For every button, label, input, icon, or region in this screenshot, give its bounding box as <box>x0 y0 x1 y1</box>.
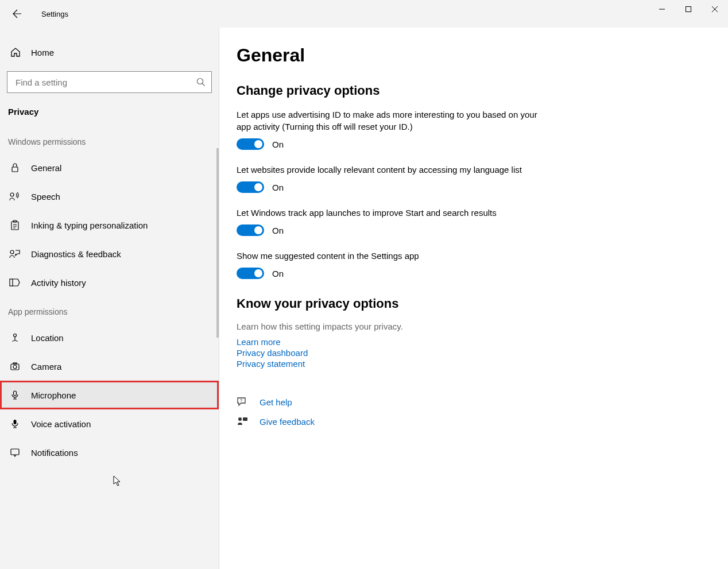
back-button[interactable] <box>10 7 24 21</box>
sidebar-item-speech[interactable]: Speech <box>0 182 219 211</box>
option-text: Let apps use advertising ID to make ads … <box>237 109 541 133</box>
know-desc: Learn how this setting impacts your priv… <box>237 322 705 331</box>
sidebar-item-label: Camera <box>31 362 61 371</box>
toggle-state-label: On <box>272 140 284 149</box>
sidebar-item-label: General <box>31 163 61 173</box>
speech-icon <box>9 191 21 202</box>
svg-rect-11 <box>13 363 17 364</box>
svg-rect-2 <box>12 167 18 172</box>
sidebar-item-diagnostics[interactable]: Diagnostics & feedback <box>0 239 219 268</box>
option-text: Show me suggested content in the Setting… <box>237 250 541 262</box>
svg-rect-13 <box>14 420 17 424</box>
get-help-row[interactable]: ? Get help <box>237 396 705 408</box>
toggle-language-list[interactable] <box>237 181 264 193</box>
home-nav[interactable]: Home <box>0 41 219 63</box>
voice-icon <box>9 419 21 429</box>
svg-rect-7 <box>10 279 13 286</box>
feedback-person-icon <box>237 416 250 427</box>
maximize-button[interactable] <box>675 0 702 18</box>
sidebar-item-label: Voice activation <box>31 419 91 429</box>
option-text: Let websites provide locally relevant co… <box>237 164 541 176</box>
toggle-row-language-list: On <box>237 181 705 193</box>
home-label: Home <box>31 48 54 57</box>
toggle-track-launches[interactable] <box>237 224 264 236</box>
svg-rect-4 <box>11 222 18 230</box>
sidebar-item-general[interactable]: General <box>0 153 219 182</box>
help-section: ? Get help Give feedback <box>237 396 705 427</box>
clipboard-icon <box>9 220 21 230</box>
home-icon <box>10 47 21 57</box>
sidebar-item-label: Location <box>31 333 64 343</box>
toggle-row-advertising-id: On <box>237 138 705 150</box>
group-header-app-permissions: App permissions <box>0 297 219 323</box>
search-icon <box>196 78 206 87</box>
titlebar: Settings <box>0 0 728 28</box>
toggle-state-label: On <box>272 226 284 235</box>
svg-point-10 <box>13 365 17 369</box>
arrow-left-icon <box>13 9 22 18</box>
toggle-row-track-launches: On <box>237 224 705 236</box>
help-icon: ? <box>237 396 250 408</box>
sidebar-item-label: Microphone <box>31 390 76 400</box>
svg-point-6 <box>10 250 14 254</box>
know-header: Know your privacy options <box>237 296 705 311</box>
svg-text:?: ? <box>240 398 243 403</box>
sidebar-item-notifications[interactable]: Notifications <box>0 438 219 467</box>
toggle-advertising-id[interactable] <box>237 138 264 150</box>
page-title: General <box>237 45 705 66</box>
svg-rect-12 <box>14 391 17 396</box>
sidebar-item-microphone[interactable]: Microphone <box>0 381 219 409</box>
close-icon <box>711 6 718 13</box>
link-get-help[interactable]: Get help <box>260 397 292 407</box>
sidebar-item-location[interactable]: Location <box>0 323 219 352</box>
notifications-icon <box>9 447 21 458</box>
search-box[interactable] <box>7 71 212 93</box>
microphone-icon <box>9 390 21 400</box>
svg-rect-0 <box>686 7 691 12</box>
feedback-icon <box>9 249 21 259</box>
toggle-state-label: On <box>272 183 284 192</box>
toggle-suggested-content[interactable] <box>237 268 264 279</box>
sidebar-item-voice-activation[interactable]: Voice activation <box>0 409 219 438</box>
svg-point-3 <box>10 193 14 196</box>
sidebar-item-label: Notifications <box>31 448 78 458</box>
link-privacy-dashboard[interactable]: Privacy dashboard <box>237 348 705 358</box>
give-feedback-row[interactable]: Give feedback <box>237 416 705 427</box>
sidebar-item-label: Activity history <box>31 278 86 288</box>
camera-icon <box>9 361 21 371</box>
option-text: Let Windows track app launches to improv… <box>237 207 541 219</box>
options-header: Change privacy options <box>237 83 705 98</box>
minimize-button[interactable] <box>649 0 675 18</box>
svg-point-8 <box>14 334 17 337</box>
minimize-icon <box>659 6 665 13</box>
maximize-icon <box>685 6 692 13</box>
svg-rect-14 <box>11 449 19 455</box>
sidebar-item-inking[interactable]: Inking & typing personalization <box>0 211 219 239</box>
know-section: Know your privacy options Learn how this… <box>237 296 705 369</box>
sidebar-item-camera[interactable]: Camera <box>0 352 219 381</box>
group-header-windows-permissions: Windows permissions <box>0 127 219 153</box>
svg-rect-17 <box>243 417 247 421</box>
link-privacy-statement[interactable]: Privacy statement <box>237 359 705 369</box>
sidebar-item-label: Inking & typing personalization <box>31 220 148 230</box>
lock-icon <box>9 162 21 173</box>
link-give-feedback[interactable]: Give feedback <box>260 417 315 427</box>
main-content: General Change privacy options Let apps … <box>219 28 728 569</box>
toggle-state-label: On <box>272 269 284 278</box>
link-learn-more[interactable]: Learn more <box>237 337 705 347</box>
history-icon <box>9 277 21 288</box>
caption-controls <box>649 0 728 18</box>
close-button[interactable] <box>702 0 728 18</box>
app-title: Settings <box>41 10 68 18</box>
category-title: Privacy <box>0 103 219 127</box>
svg-point-16 <box>238 417 242 421</box>
sidebar-item-label: Diagnostics & feedback <box>31 249 121 259</box>
location-icon <box>9 332 21 343</box>
toggle-row-suggested-content: On <box>237 268 705 279</box>
sidebar-item-activity-history[interactable]: Activity history <box>0 268 219 297</box>
search-input[interactable] <box>16 78 196 87</box>
sidebar: Home Privacy Windows permissions General… <box>0 28 219 569</box>
sidebar-item-label: Speech <box>31 192 60 202</box>
